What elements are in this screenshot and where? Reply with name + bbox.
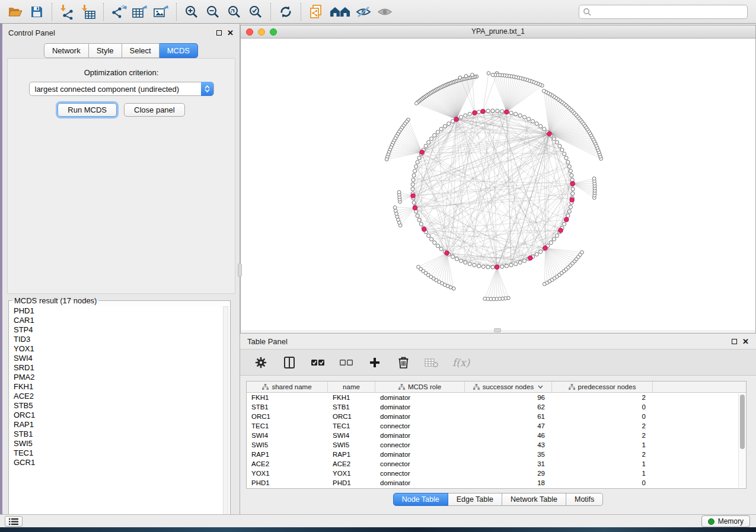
network-node[interactable]: [518, 114, 522, 117]
mcds-node[interactable]: [420, 150, 425, 155]
mcds-node[interactable]: [422, 227, 427, 232]
list-item[interactable]: SRD1: [11, 363, 222, 373]
duplicate-network-button[interactable]: [305, 2, 327, 21]
mcds-node[interactable]: [559, 228, 563, 233]
mcds-node[interactable]: [505, 110, 509, 114]
network-node[interactable]: [417, 265, 420, 269]
list-item[interactable]: PHD1: [11, 306, 222, 316]
network-node[interactable]: [464, 75, 468, 78]
import-table-button[interactable]: [78, 2, 99, 21]
select-all-button[interactable]: [310, 355, 326, 370]
mcds-node[interactable]: [454, 117, 459, 122]
network-node[interactable]: [552, 137, 556, 140]
network-node[interactable]: [486, 109, 490, 113]
float-table-panel-icon[interactable]: [732, 339, 737, 344]
list-item[interactable]: RAP1: [11, 420, 222, 430]
maximize-window-icon[interactable]: [270, 28, 277, 36]
tab-network[interactable]: Network: [44, 43, 89, 58]
zoom-selected-button[interactable]: [245, 2, 266, 21]
network-node[interactable]: [477, 264, 481, 268]
network-node[interactable]: [535, 252, 538, 256]
zoom-out-button[interactable]: [202, 2, 224, 21]
table-settings-button[interactable]: [253, 355, 269, 370]
zoom-fit-button[interactable]: [224, 2, 245, 21]
network-node[interactable]: [522, 259, 526, 262]
network-node[interactable]: [477, 110, 481, 114]
close-panel-icon[interactable]: ✕: [227, 30, 234, 36]
network-node[interactable]: [416, 214, 419, 217]
table-row[interactable]: STB1STB1dominator620: [247, 402, 738, 412]
task-history-button[interactable]: [5, 516, 23, 527]
list-item[interactable]: STB1: [11, 430, 222, 439]
network-node[interactable]: [433, 133, 436, 137]
horizontal-splitter-handle[interactable]: [494, 328, 501, 332]
criterion-select[interactable]: largest connected component (undirected): [29, 82, 214, 96]
table-row[interactable]: SWI4SWI4dominator462: [247, 431, 738, 440]
list-item[interactable]: FKH1: [11, 382, 222, 392]
list-item[interactable]: PMA2: [11, 373, 222, 382]
tab-node-table[interactable]: Node Table: [393, 493, 448, 506]
network-node[interactable]: [417, 156, 421, 160]
table-row[interactable]: TEC1TEC1connector472: [247, 421, 738, 431]
network-node[interactable]: [397, 191, 401, 194]
close-window-icon[interactable]: [246, 28, 253, 36]
network-node[interactable]: [566, 161, 570, 164]
network-node[interactable]: [535, 122, 538, 126]
column-header[interactable]: predecessor nodes: [552, 382, 653, 392]
network-node[interactable]: [393, 206, 397, 209]
network-node[interactable]: [569, 205, 572, 209]
network-node[interactable]: [439, 127, 443, 131]
table-scrollbar-thumb[interactable]: [740, 395, 745, 449]
network-node[interactable]: [500, 265, 504, 268]
network-node[interactable]: [416, 161, 419, 164]
network-node[interactable]: [560, 148, 564, 152]
network-node[interactable]: [571, 187, 575, 191]
list-item[interactable]: SWI4: [11, 354, 222, 363]
memory-button[interactable]: Memory: [701, 515, 750, 527]
network-node[interactable]: [555, 234, 559, 238]
export-image-button[interactable]: [151, 2, 172, 21]
network-node[interactable]: [430, 238, 433, 241]
table-row[interactable]: SWI5SWI5connector431: [247, 440, 738, 450]
list-item[interactable]: STP4: [11, 325, 222, 335]
network-node[interactable]: [468, 112, 471, 116]
network-node[interactable]: [563, 222, 566, 226]
network-node[interactable]: [451, 255, 454, 258]
network-node[interactable]: [436, 130, 439, 134]
deselect-all-button[interactable]: [339, 355, 354, 370]
tab-network-table[interactable]: Network Table: [502, 493, 566, 506]
network-node[interactable]: [542, 89, 546, 93]
network-node[interactable]: [427, 140, 430, 144]
network-node[interactable]: [412, 178, 415, 182]
network-node[interactable]: [514, 112, 518, 116]
network-node[interactable]: [592, 177, 596, 181]
mcds-node[interactable]: [495, 265, 499, 270]
result-list-scrollbar[interactable]: [223, 306, 228, 518]
network-node[interactable]: [571, 192, 575, 196]
network-node[interactable]: [558, 144, 562, 148]
refresh-button[interactable]: [275, 2, 296, 21]
column-header[interactable]: successor nodes: [465, 382, 552, 392]
network-node[interactable]: [414, 165, 418, 168]
mcds-node[interactable]: [547, 132, 552, 136]
list-item[interactable]: STB5: [11, 401, 222, 411]
mcds-node[interactable]: [445, 251, 449, 255]
network-node[interactable]: [415, 102, 419, 105]
network-node[interactable]: [470, 73, 474, 77]
float-panel-icon[interactable]: [216, 30, 222, 36]
network-node[interactable]: [539, 124, 543, 128]
tab-edge-table[interactable]: Edge Table: [448, 493, 502, 506]
network-node[interactable]: [436, 244, 439, 248]
network-node[interactable]: [413, 169, 417, 173]
export-table-button[interactable]: [129, 2, 151, 21]
network-node[interactable]: [514, 262, 518, 265]
column-header[interactable]: name: [328, 382, 375, 392]
mcds-node[interactable]: [528, 256, 533, 261]
network-node[interactable]: [424, 144, 428, 148]
network-node[interactable]: [555, 140, 559, 144]
import-network-button[interactable]: [56, 2, 78, 21]
network-node[interactable]: [522, 116, 526, 119]
list-item[interactable]: YOX1: [11, 344, 222, 354]
network-node[interactable]: [427, 234, 430, 238]
tab-style[interactable]: Style: [89, 43, 122, 58]
